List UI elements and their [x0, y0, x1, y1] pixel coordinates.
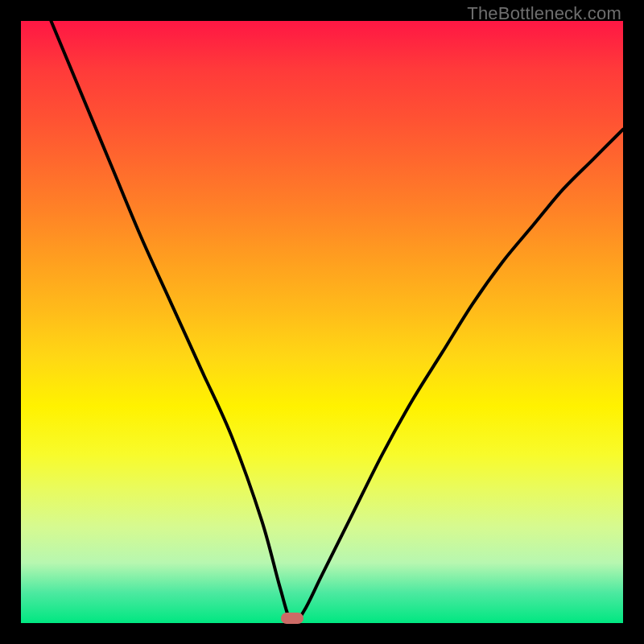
watermark-text: TheBottleneck.com [467, 3, 621, 24]
chart-frame: TheBottleneck.com [0, 0, 644, 644]
bottleneck-curve [21, 21, 623, 623]
minimum-marker [281, 613, 303, 624]
plot-area [21, 21, 623, 623]
